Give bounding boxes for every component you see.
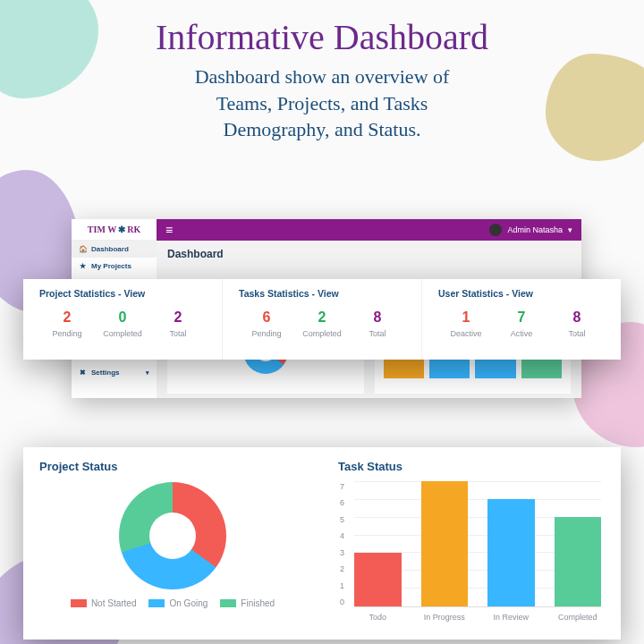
user-name: Admin Natasha — [507, 225, 563, 234]
legend-item: On Going — [148, 598, 208, 608]
legend-label: Finished — [241, 598, 275, 608]
y-tick: 7 — [340, 482, 344, 491]
panel-title: Task Status — [338, 460, 605, 473]
x-tick: Completed — [555, 613, 602, 622]
view-link[interactable]: View — [512, 288, 533, 299]
stats-column: Tasks Statistics - View6Pending2Complete… — [223, 279, 422, 360]
stat-number: 2 — [150, 309, 206, 326]
logo-text: TIM W — [88, 225, 116, 234]
stat-label: Completed — [95, 329, 150, 338]
nav-label: Dashboard — [91, 245, 129, 253]
project-status-panel: Project Status Not StartedOn GoingFinish… — [23, 447, 322, 640]
project-status-donut — [119, 482, 226, 589]
bar-todo — [354, 553, 402, 606]
legend-item: Not Started — [71, 598, 137, 608]
nav-icon: ★ — [79, 262, 86, 270]
menu-icon[interactable]: ≡ — [165, 223, 173, 237]
view-link[interactable]: View — [318, 288, 339, 299]
legend-swatch — [148, 599, 165, 607]
y-tick: 3 — [340, 548, 344, 557]
topbar: ≡ Admin Natasha ▾ — [157, 219, 581, 241]
legend-label: On Going — [169, 598, 208, 608]
stat-label: Total — [350, 329, 405, 338]
stat-cell: 1Deactive — [438, 309, 494, 338]
stat-number: 2 — [294, 309, 350, 326]
stat-label: Pending — [239, 329, 294, 338]
hero-title: Informative Dashboard — [0, 16, 644, 58]
hero-section: Informative Dashboard Dashboard show an … — [0, 0, 644, 143]
avatar — [489, 224, 502, 236]
stats-title: User Statistics - View — [438, 288, 605, 299]
y-tick: 2 — [340, 564, 344, 573]
user-menu[interactable]: Admin Natasha ▾ — [489, 224, 572, 236]
stat-cell: 6Pending — [239, 309, 294, 338]
stat-label: Deactive — [438, 329, 494, 338]
y-tick: 5 — [340, 515, 344, 524]
bar-completed — [555, 517, 602, 606]
nav-icon: ✖ — [79, 369, 86, 377]
x-tick: In Progress — [421, 613, 469, 622]
sidebar-item-settings[interactable]: ✖Settings▾ — [72, 364, 157, 381]
hero-sub-line: Teams, Projects, and Tasks — [216, 92, 428, 114]
task-status-panel: Task Status 76543210 TodoIn ProgressIn R… — [322, 447, 621, 640]
panel-title: Project Status — [39, 460, 306, 473]
nav-label: My Projects — [91, 262, 131, 270]
stat-label: Total — [549, 329, 605, 338]
chevron-down-icon: ▾ — [146, 369, 149, 377]
app-logo[interactable]: TIM W ✱ RK — [72, 219, 157, 241]
chart-legend: Not StartedOn GoingFinished — [39, 598, 306, 608]
stat-cell: 2Completed — [294, 309, 350, 338]
stat-label: Completed — [294, 329, 350, 338]
stats-title: Project Statistics - View — [39, 288, 206, 299]
stat-number: 6 — [239, 309, 294, 326]
stat-cell: 0Completed — [95, 309, 150, 338]
chevron-down-icon: ▾ — [568, 225, 572, 234]
stats-column: User Statistics - View1Deactive7Active8T… — [422, 279, 621, 360]
x-tick: Todo — [354, 613, 402, 622]
stat-cell: 8Total — [549, 309, 605, 338]
y-tick: 6 — [340, 498, 344, 507]
big-charts-card: Project Status Not StartedOn GoingFinish… — [23, 447, 621, 640]
task-status-bars: 76543210 — [354, 482, 601, 607]
legend-swatch — [220, 599, 236, 607]
stat-label: Pending — [39, 329, 95, 338]
y-tick: 4 — [340, 531, 344, 540]
page-content: Dashboard — [157, 241, 581, 267]
hero-sub-line: Dashboard show an overview of — [195, 65, 450, 88]
x-tick: In Review — [487, 613, 535, 622]
bar-in-review — [487, 499, 535, 606]
nav-label: Settings — [91, 369, 120, 377]
logo-text: RK — [127, 225, 140, 234]
stat-label: Active — [494, 329, 549, 338]
legend-label: Not Started — [91, 598, 137, 608]
stat-number: 2 — [39, 309, 95, 326]
hero-sub-line: Demography, and Status. — [224, 118, 421, 140]
stat-label: Total — [150, 329, 206, 338]
stat-number: 8 — [549, 309, 605, 326]
y-tick: 0 — [340, 597, 344, 606]
stat-number: 8 — [350, 309, 405, 326]
stats-column: Project Statistics - View2Pending0Comple… — [23, 279, 223, 360]
page-title: Dashboard — [167, 248, 571, 260]
stat-number: 1 — [438, 309, 494, 326]
stat-number: 7 — [494, 309, 549, 326]
nav-icon: 🏠 — [79, 245, 86, 253]
stat-cell: 8Total — [350, 309, 405, 338]
stat-cell: 2Total — [150, 309, 206, 338]
hero-subtitle: Dashboard show an overview of Teams, Pro… — [0, 64, 644, 143]
sidebar-item-dashboard[interactable]: 🏠Dashboard — [72, 241, 157, 258]
legend-item: Finished — [220, 598, 275, 608]
y-tick: 1 — [340, 581, 344, 590]
x-axis: TodoIn ProgressIn ReviewCompleted — [354, 613, 601, 622]
stats-title: Tasks Statistics - View — [239, 288, 405, 299]
star-icon: ✱ — [118, 225, 125, 234]
stat-number: 0 — [95, 309, 150, 326]
legend-swatch — [71, 599, 87, 607]
stat-cell: 2Pending — [39, 309, 95, 338]
stat-cell: 7Active — [494, 309, 549, 338]
view-link[interactable]: View — [124, 288, 146, 299]
bar-in-progress — [421, 481, 469, 606]
sidebar-item-my-projects[interactable]: ★My Projects — [72, 258, 157, 275]
y-axis: 76543210 — [340, 482, 344, 606]
statistics-card: Project Statistics - View2Pending0Comple… — [23, 279, 621, 360]
